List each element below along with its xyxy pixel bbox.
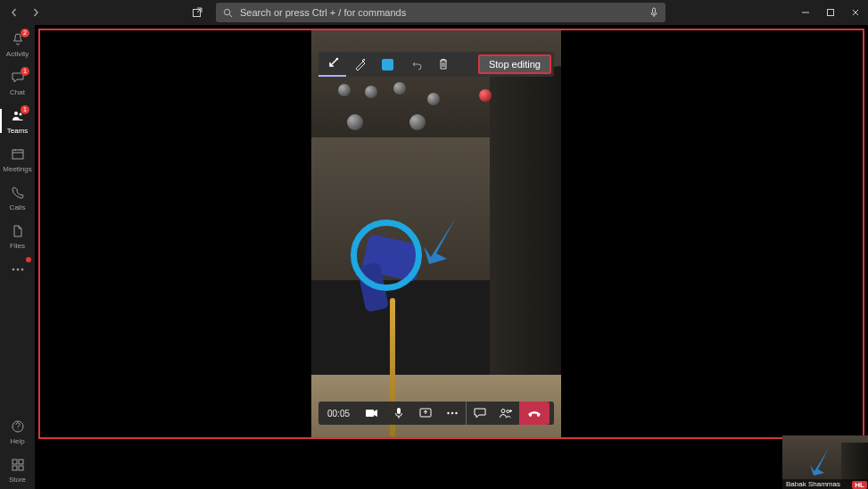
forward-button[interactable] (27, 4, 45, 21)
svg-point-9 (21, 269, 23, 271)
svg-point-1 (224, 9, 229, 14)
pen-tool-button[interactable] (346, 52, 374, 77)
call-controls: 00:05 (318, 402, 554, 425)
chat-panel-button[interactable] (466, 402, 492, 425)
rail-store[interactable]: Store (0, 456, 35, 484)
call-duration: 00:05 (318, 409, 359, 419)
hang-up-button[interactable] (519, 402, 550, 425)
svg-rect-13 (12, 466, 17, 470)
rail-overflow[interactable] (0, 261, 35, 278)
svg-rect-17 (397, 408, 401, 414)
svg-point-23 (507, 410, 509, 412)
help-icon (9, 418, 27, 435)
shared-screen: Stop editing 00:05 (311, 30, 561, 437)
file-icon (9, 222, 27, 240)
svg-rect-16 (366, 410, 374, 417)
meeting-stage: Stop editing 00:05 Babak Shammas (35, 25, 868, 489)
rail-label: Calls (10, 203, 26, 211)
badge: 1 (21, 67, 29, 76)
rail-label: Files (10, 242, 25, 250)
back-button[interactable] (5, 4, 23, 21)
minimize-button[interactable] (793, 0, 818, 25)
mic-toggle-button[interactable] (385, 402, 412, 425)
badge: 1 (21, 105, 29, 114)
badge: 2 (21, 29, 29, 37)
ellipsis-icon (9, 261, 27, 278)
calendar-icon (9, 145, 27, 163)
svg-point-4 (14, 112, 18, 115)
rail-calls[interactable]: Calls (0, 184, 35, 211)
camera-feed (311, 30, 561, 437)
title-bar: Search or press Ctrl + / for commands (0, 0, 868, 25)
svg-rect-2 (653, 8, 656, 13)
history-nav (0, 4, 45, 21)
close-button[interactable] (843, 0, 868, 25)
rail-label: Activity (6, 50, 29, 58)
svg-rect-11 (12, 460, 17, 464)
delete-button[interactable] (429, 52, 457, 77)
svg-rect-3 (828, 10, 834, 16)
svg-point-21 (455, 412, 457, 414)
camera-toggle-button[interactable] (359, 402, 385, 425)
search-icon (223, 8, 233, 18)
rail-label: Help (10, 437, 24, 445)
rail-activity[interactable]: Activity 2 (0, 30, 35, 58)
maximize-button[interactable] (818, 0, 843, 25)
rail-label: Store (9, 476, 26, 484)
popout-icon[interactable] (187, 3, 207, 22)
participants-button[interactable] (492, 402, 519, 425)
rail-teams[interactable]: Teams 1 (0, 107, 35, 135)
undo-button[interactable] (401, 52, 429, 77)
svg-point-5 (19, 113, 21, 116)
annotation-circle (351, 220, 422, 291)
svg-rect-12 (19, 460, 23, 464)
svg-point-15 (335, 58, 338, 61)
svg-rect-14 (19, 466, 23, 470)
more-actions-button[interactable] (439, 402, 466, 425)
rail-label: Teams (7, 127, 29, 135)
window-controls (793, 0, 868, 25)
svg-point-20 (451, 412, 453, 414)
participant-name: Babak Shammas (786, 480, 840, 488)
color-picker-button[interactable] (374, 52, 401, 77)
search-box[interactable]: Search or press Ctrl + / for commands (216, 3, 665, 22)
badge-dot (26, 257, 31, 262)
share-screen-button[interactable] (412, 402, 439, 425)
svg-point-19 (447, 412, 449, 414)
arrow-tool-button[interactable] (318, 52, 346, 77)
phone-icon (9, 184, 27, 202)
search-placeholder: Search or press Ctrl + / for commands (240, 7, 406, 18)
rail-files[interactable]: Files (0, 222, 35, 250)
rail-meetings[interactable]: Meetings (0, 145, 35, 173)
rail-chat[interactable]: Chat 1 (0, 69, 35, 96)
hololens-badge: HL (852, 481, 867, 489)
rail-label: Meetings (3, 165, 31, 173)
svg-point-8 (16, 269, 19, 271)
rail-help[interactable]: Help (0, 418, 35, 445)
app-rail: Activity 2 Chat 1 Teams 1 Meetings Calls… (0, 25, 35, 489)
svg-point-22 (501, 410, 505, 413)
rail-label: Chat (10, 88, 25, 96)
svg-point-7 (12, 269, 14, 271)
stop-editing-button[interactable]: Stop editing (478, 54, 551, 74)
participant-thumbnail[interactable]: Babak Shammas HL (782, 435, 868, 489)
mic-icon[interactable] (649, 7, 658, 18)
store-icon (9, 456, 27, 474)
annotation-toolbar: Stop editing (318, 52, 554, 77)
svg-rect-6 (12, 150, 23, 159)
stop-editing-label: Stop editing (489, 59, 541, 70)
